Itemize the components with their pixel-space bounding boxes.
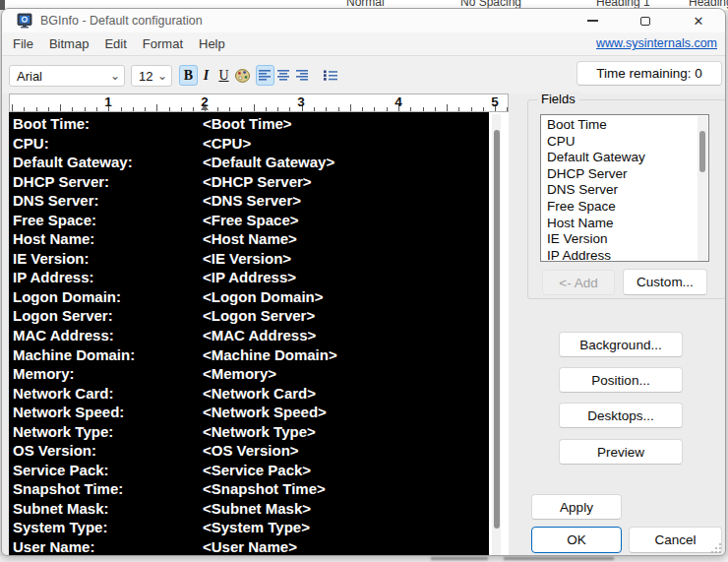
listbox-scrollbar-thumb[interactable]	[699, 131, 705, 172]
list-item[interactable]: CPU	[547, 134, 708, 151]
editor-field-row: Network Card: <Network Card>	[13, 384, 489, 404]
field-label: Service Pack:	[13, 461, 203, 480]
field-value: <Free Space>	[203, 211, 489, 230]
list-item[interactable]: Boot Time	[547, 117, 708, 134]
ruler: 12345	[9, 94, 509, 112]
fields-group: Fields Boot TimeCPUDefault GatewayDHCP S…	[527, 99, 726, 299]
field-value: <Memory>	[203, 364, 489, 384]
cancel-button[interactable]: Cancel	[629, 527, 722, 553]
list-item[interactable]: DHCP Server	[547, 166, 708, 183]
editor-field-row: Free Space: <Free Space>	[13, 211, 489, 230]
field-value: <Service Pack>	[203, 461, 489, 480]
sysinternals-link[interactable]: www.sysinternals.com	[596, 36, 717, 50]
field-value: <Machine Domain>	[203, 345, 489, 365]
field-label: User Name:	[13, 537, 203, 556]
ruler-number: 3	[297, 94, 305, 109]
background-blur-fragment	[504, 557, 614, 560]
field-label: IP Address:	[13, 268, 203, 287]
editor-field-row: Boot Time: <Boot Time>	[13, 114, 489, 134]
app-icon[interactable]	[17, 13, 32, 29]
font-size-select[interactable]: 12 ⌄	[131, 65, 172, 87]
align-right-button[interactable]	[293, 65, 312, 86]
font-size-value: 12	[139, 69, 152, 84]
menu-item[interactable]: Format	[135, 36, 191, 51]
listbox-scrollbar[interactable]	[698, 116, 707, 262]
editor-scrollbar[interactable]	[492, 114, 501, 555]
list-item[interactable]: Free Space	[547, 199, 708, 216]
ruler-number: 5	[491, 94, 499, 109]
preview-button[interactable]: Preview	[559, 439, 683, 465]
menu-item[interactable]: Edit	[96, 36, 134, 51]
field-label: System Type:	[13, 518, 203, 537]
editor-field-row: Default Gateway: <Default Gateway>	[13, 153, 489, 172]
position-button[interactable]: Position...	[559, 367, 683, 393]
editor-field-row: Logon Server: <Logon Server>	[13, 306, 489, 326]
bold-button[interactable]: B	[179, 65, 198, 86]
close-icon[interactable]: ✕	[688, 11, 709, 31]
field-label: IE Version:	[13, 249, 203, 269]
editor-field-row: CPU: <CPU>	[13, 134, 489, 154]
align-left-button[interactable]	[256, 65, 274, 86]
apply-button[interactable]: Apply	[531, 494, 622, 520]
field-label: OS Version:	[13, 441, 203, 461]
fields-listbox[interactable]: Boot TimeCPUDefault GatewayDHCP ServerDN…	[540, 114, 709, 262]
list-item[interactable]: DNS Server	[547, 182, 708, 199]
field-value: <Boot Time>	[203, 114, 489, 134]
list-item[interactable]: IE Version	[547, 231, 708, 248]
editor-field-row: Network Speed: <Network Speed>	[13, 403, 489, 422]
field-value: <IE Version>	[203, 249, 489, 269]
menu-item[interactable]: Bitmap	[41, 36, 96, 51]
field-value: <DHCP Server>	[203, 172, 489, 192]
chevron-down-icon: ⌄	[110, 72, 120, 80]
minimize-icon[interactable]	[581, 11, 603, 31]
editor-scrollbar-thumb[interactable]	[494, 130, 500, 529]
list-item[interactable]: IP Address	[547, 248, 708, 262]
list-item[interactable]: Host Name	[547, 216, 708, 232]
chevron-down-icon: ⌄	[157, 72, 167, 80]
editor-field-row: Subnet Mask: <Subnet Mask>	[13, 499, 489, 519]
format-toolbar: Arial ⌄ 12 ⌄ B I U	[2, 56, 725, 94]
field-value: <Network Type>	[203, 422, 489, 442]
field-value: <IP Address>	[203, 268, 489, 287]
field-label: DNS Server:	[13, 191, 203, 211]
maximize-icon[interactable]	[635, 11, 656, 31]
fields-group-label: Fields	[537, 92, 579, 106]
underline-button[interactable]: U	[214, 65, 233, 86]
field-label: Network Type:	[13, 422, 203, 442]
font-family-select[interactable]: Arial ⌄	[9, 65, 125, 87]
field-label: Subnet Mask:	[13, 499, 203, 519]
editor-field-row: Network Type: <Network Type>	[13, 422, 489, 442]
bullet-list-button[interactable]	[321, 65, 339, 86]
field-label: Snapshot Time:	[13, 479, 203, 499]
screen: NormalNo SpacingHeading 1Heading 2 BGInf…	[0, 0, 728, 562]
align-center-button[interactable]	[274, 65, 293, 86]
background-blur-fragment	[431, 557, 488, 560]
custom-button[interactable]: Custom...	[623, 269, 707, 295]
ok-button[interactable]: OK	[531, 527, 622, 553]
preview-bitmap: Boot Time: <Boot Time> CPU: <CPU> Defaul…	[9, 112, 489, 556]
field-value: <OS Version>	[203, 441, 489, 461]
field-value: <Host Name>	[203, 229, 489, 249]
config-text-editor[interactable]: Boot Time: <Boot Time> CPU: <CPU> Defaul…	[9, 112, 509, 556]
desktops-button[interactable]: Desktops...	[559, 403, 683, 428]
field-value: <System Type>	[203, 518, 489, 537]
resize-grip[interactable]	[709, 541, 723, 555]
field-value: <Network Card>	[203, 384, 489, 404]
time-remaining-button[interactable]: Time remaining: 0	[576, 61, 722, 86]
font-color-button[interactable]	[232, 65, 253, 86]
field-label: Network Card:	[13, 384, 203, 404]
list-item[interactable]: Default Gateway	[547, 150, 708, 166]
bginfo-window: BGInfo - Default configuration ✕ FileBit…	[1, 8, 726, 556]
editor-field-row: OS Version: <OS Version>	[13, 441, 489, 461]
background-window-bottom-strip	[0, 556, 728, 562]
field-label: Free Space:	[13, 211, 203, 230]
editor-field-row: DHCP Server: <DHCP Server>	[13, 172, 489, 192]
background-button[interactable]: Background...	[559, 332, 683, 357]
italic-button[interactable]: I	[197, 65, 215, 86]
menu-item[interactable]: Help	[191, 36, 233, 51]
menu-item[interactable]: File	[5, 36, 41, 51]
editor-field-row: DNS Server: <DNS Server>	[13, 191, 489, 211]
editor-field-row: IE Version: <IE Version>	[13, 249, 489, 269]
window-controls: ✕	[581, 9, 725, 32]
add-button[interactable]: <- Add	[542, 270, 615, 295]
